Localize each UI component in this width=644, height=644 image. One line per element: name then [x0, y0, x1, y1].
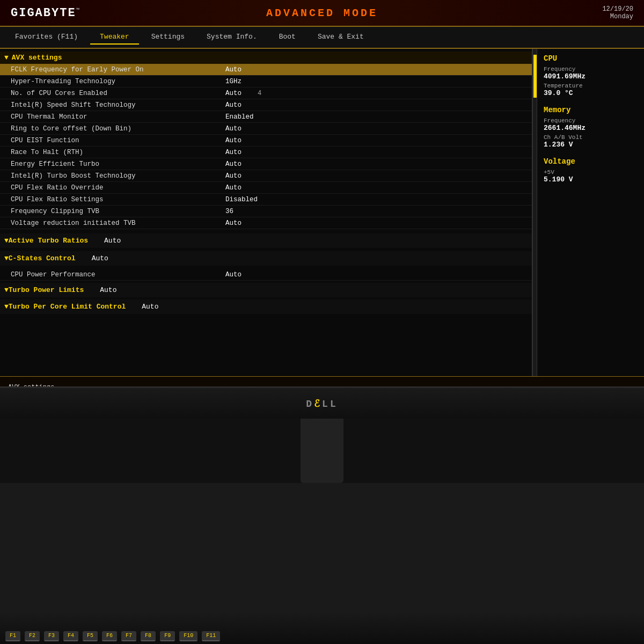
- row-rth-name: Race To Halt (RTH): [11, 149, 215, 156]
- tab-tweaker[interactable]: Tweaker: [90, 30, 139, 45]
- logo-sup: ™: [76, 7, 80, 13]
- row-ring-offset[interactable]: Ring to Core offset (Down Bin) Auto: [0, 123, 532, 135]
- row-turbo-boost-name: Intel(R) Turbo Boost Technology: [11, 172, 215, 180]
- subsection-turbo-power-label: Turbo Power Limits: [9, 286, 84, 294]
- subsection-cstates-value: Auto: [92, 254, 108, 262]
- subsection-turbo-power-value: Auto: [100, 286, 116, 294]
- tab-system-info[interactable]: System Info.: [197, 30, 267, 45]
- row-hyper-value: 1GHz: [225, 78, 241, 85]
- row-turbo-boost[interactable]: Intel(R) Turbo Boost Technology Auto: [0, 170, 532, 182]
- monitor-brand: DℰLL: [306, 398, 338, 409]
- settings-panel[interactable]: ▼ AVX settings FCLK Frequency for Early …: [0, 49, 532, 376]
- subsection-turbo-power[interactable]: ▼ Turbo Power Limits Auto: [0, 283, 532, 297]
- monitor-bezel: DℰLL: [0, 386, 644, 419]
- memory-freq-value: 2661.46MHz: [544, 124, 638, 132]
- key-f6: F6: [102, 631, 117, 641]
- key-f2: F2: [25, 631, 40, 641]
- row-cpu-cores-value: Auto: [225, 90, 241, 97]
- bios-main: ▼ AVX settings FCLK Frequency for Early …: [0, 49, 644, 376]
- row-eist[interactable]: CPU EIST Function Auto: [0, 135, 532, 147]
- desk-area: F1 F2 F3 F4 F5 F6 F7 F8 F9 F10 F11: [0, 483, 644, 644]
- tab-favorites[interactable]: Favorites (F11): [5, 30, 87, 45]
- row-thermal[interactable]: CPU Thermal Monitor Enabled: [0, 111, 532, 123]
- description-text: AVX settings: [8, 384, 54, 387]
- keyboard-row: F1 F2 F3 F4 F5 F6 F7 F8 F9 F10 F11: [0, 612, 644, 644]
- voltage-5v-label: +5V: [544, 169, 638, 175]
- memory-freq-label: Frequency: [544, 118, 638, 124]
- brand-ll: LL: [322, 399, 338, 409]
- row-speed-shift[interactable]: Intel(R) Speed Shift Technology Auto: [0, 99, 532, 111]
- row-flex-override[interactable]: CPU Flex Ratio Override Auto: [0, 182, 532, 194]
- memory-volt-label: Ch A/B Volt: [544, 134, 638, 141]
- key-f3: F3: [44, 631, 59, 641]
- row-hyper[interactable]: Hyper-Threading Technology 1GHz: [0, 76, 532, 87]
- key-f8: F8: [141, 631, 156, 641]
- bios-nav: Favorites (F11) Tweaker Settings System …: [0, 27, 644, 49]
- row-rth-value: Auto: [225, 149, 241, 156]
- key-f7: F7: [121, 631, 136, 641]
- subsection-turbo-ratios-label: Active Turbo Ratios: [9, 237, 88, 245]
- cpu-title: CPU: [544, 54, 638, 63]
- subsection-per-core-label: Turbo Per Core Limit Control: [9, 303, 126, 311]
- section-avx[interactable]: ▼ AVX settings: [0, 52, 532, 64]
- row-cpu-power-perf-value: Auto: [225, 271, 241, 279]
- triangle-icon: ▼: [4, 237, 9, 245]
- row-flex-override-value: Auto: [225, 184, 241, 192]
- row-cpu-cores-name: No. of CPU Cores Enabled: [11, 90, 215, 97]
- tab-boot[interactable]: Boot: [269, 30, 305, 45]
- row-volt-reduction[interactable]: Voltage reduction initiated TVB Auto: [0, 217, 532, 229]
- row-flex-ratio-value: Disabled: [225, 196, 258, 203]
- subsection-per-core[interactable]: ▼ Turbo Per Core Limit Control Auto: [0, 299, 532, 314]
- mode-title: ADVANCED MODE: [266, 7, 378, 19]
- tab-save-exit[interactable]: Save & Exit: [308, 30, 374, 45]
- row-cpu-cores[interactable]: No. of CPU Cores Enabled Auto 4: [0, 87, 532, 99]
- datetime: 12/19/20 Monday: [602, 5, 633, 20]
- date: 12/19/20: [602, 5, 633, 13]
- cpu-freq-value: 4091.69MHz: [544, 72, 638, 80]
- row-volt-reduction-name: Voltage reduction initiated TVB: [11, 219, 215, 227]
- key-f10: F10: [179, 631, 197, 641]
- bios-header: GIGABYTE™ ADVANCED MODE 12/19/20 Monday: [0, 0, 644, 27]
- row-speed-shift-name: Intel(R) Speed Shift Technology: [11, 101, 215, 109]
- row-ring-offset-value: Auto: [225, 125, 241, 133]
- row-fclk[interactable]: FCLK Frequency for Early Power On Auto: [0, 64, 532, 76]
- scrollbar[interactable]: [532, 49, 537, 376]
- row-thermal-value: Enabled: [225, 113, 254, 121]
- row-ring-offset-name: Ring to Core offset (Down Bin): [11, 125, 215, 133]
- row-hyper-name: Hyper-Threading Technology: [11, 78, 215, 85]
- row-fclk-name: FCLK Frequency for Early Power On: [11, 66, 215, 74]
- row-flex-ratio[interactable]: CPU Flex Ratio Settings Disabled: [0, 194, 532, 206]
- key-f5: F5: [83, 631, 98, 641]
- cpu-info: CPU Frequency 4091.69MHz Temperature 39.…: [544, 54, 638, 97]
- subsection-cstates-label: C-States Control: [9, 254, 76, 262]
- voltage-5v-value: 5.190 V: [544, 175, 638, 184]
- subsection-cstates[interactable]: ▼ C-States Control Auto: [0, 251, 532, 266]
- cpu-freq-label: Frequency: [544, 66, 638, 72]
- monitor-stand: F1 F2 F3 F4 F5 F6 F7 F8 F9 F10 F11: [0, 419, 644, 644]
- bios-container: GIGABYTE™ ADVANCED MODE 12/19/20 Monday …: [0, 0, 644, 386]
- subsection-turbo-ratios[interactable]: ▼ Active Turbo Ratios Auto: [0, 233, 532, 248]
- row-cpu-cores-extra: 4: [258, 90, 261, 97]
- row-eet[interactable]: Energy Efficient Turbo Auto: [0, 158, 532, 170]
- key-f4: F4: [63, 631, 78, 641]
- info-panel: CPU Frequency 4091.69MHz Temperature 39.…: [537, 49, 644, 376]
- row-fclk-value: Auto: [225, 66, 241, 74]
- row-flex-override-name: CPU Flex Ratio Override: [11, 184, 215, 192]
- day: Monday: [602, 13, 633, 20]
- row-cpu-power-perf[interactable]: CPU Power Performance Auto: [0, 269, 532, 281]
- logo-text: GIGABYTE: [11, 6, 76, 20]
- row-rth[interactable]: Race To Halt (RTH) Auto: [0, 147, 532, 158]
- subsection-turbo-ratios-value: Auto: [104, 237, 121, 245]
- section-avx-label: AVX settings: [12, 54, 62, 62]
- tab-settings[interactable]: Settings: [142, 30, 194, 45]
- memory-volt-value: 1.236 V: [544, 141, 638, 149]
- key-f11: F11: [202, 631, 220, 641]
- row-eist-value: Auto: [225, 137, 241, 144]
- cpu-temp-value: 39.0 °C: [544, 89, 638, 97]
- stand-neck: [301, 419, 343, 483]
- row-eet-name: Energy Efficient Turbo: [11, 160, 215, 168]
- row-volt-reduction-value: Auto: [225, 219, 241, 227]
- brand-e: ℰ: [314, 399, 322, 409]
- cpu-temp-label: Temperature: [544, 83, 638, 89]
- row-freq-clipping[interactable]: Frequency Clipping TVB 36: [0, 206, 532, 217]
